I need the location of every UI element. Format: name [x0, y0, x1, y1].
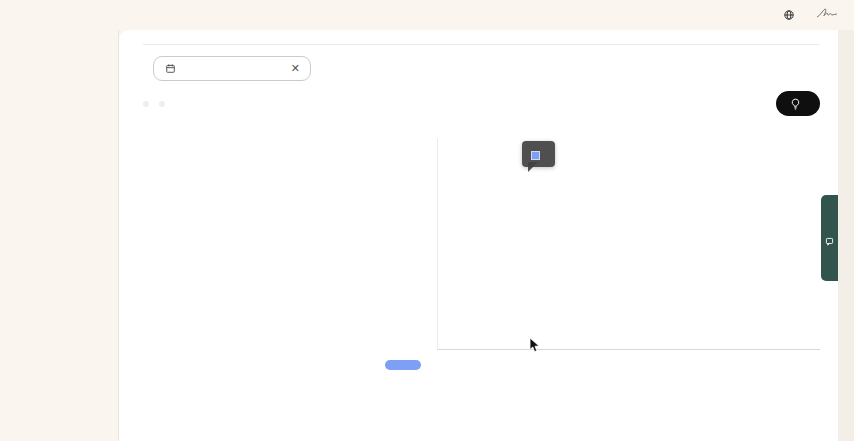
page-body: ✕ — [0, 30, 854, 441]
lightbulb-icon — [789, 97, 802, 110]
calendar-icon — [164, 62, 177, 75]
sidebar — [0, 30, 119, 441]
globe-icon — [782, 9, 795, 22]
chart-legend — [385, 360, 820, 370]
chart-section — [377, 128, 820, 370]
stats-column — [143, 128, 351, 370]
segmentation-toggle-group — [143, 101, 149, 107]
sidebar-spacer — [0, 44, 118, 433]
y-axis-label — [377, 138, 391, 350]
controls-row — [143, 91, 820, 116]
main-panel: ✕ — [119, 30, 838, 441]
header-right — [782, 6, 840, 24]
dashboard-content — [143, 128, 820, 370]
app-root: ✕ — [0, 0, 854, 441]
mouse-cursor — [529, 338, 541, 357]
top-header — [0, 0, 854, 30]
period-row: ✕ — [143, 56, 820, 81]
legend-swatch — [385, 360, 421, 370]
tooltip-row — [531, 151, 545, 160]
samples-link[interactable] — [782, 9, 800, 22]
clear-date-icon[interactable]: ✕ — [291, 63, 300, 74]
chart-tooltip — [522, 141, 555, 167]
signature-scribble-icon — [814, 6, 840, 24]
bar-chart — [377, 138, 820, 350]
y-axis-ticks — [391, 138, 437, 350]
tab-bar — [143, 44, 820, 45]
tooltip-series-swatch — [531, 151, 540, 160]
date-range-input[interactable]: ✕ — [153, 56, 311, 81]
chart-plot-area — [437, 138, 820, 350]
right-margin-strip — [838, 30, 854, 441]
feedback-tab[interactable] — [821, 195, 838, 281]
compare-toggle-group — [159, 101, 165, 107]
conseils-button[interactable] — [776, 91, 820, 116]
feedback-chat-icon — [823, 235, 836, 248]
